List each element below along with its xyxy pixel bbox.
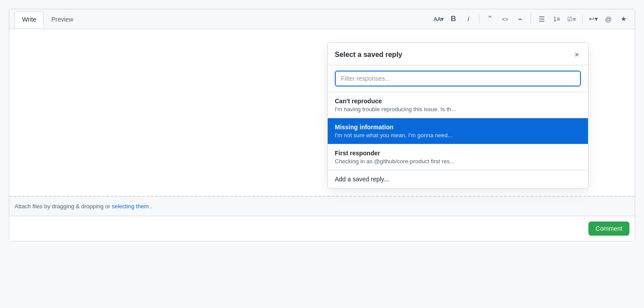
text-size-icon[interactable]: AA▾	[432, 13, 445, 25]
reply-title-missing-information: Missing information	[335, 124, 581, 131]
toolbar-icons: AA▾ B i " <> ⌁ ☰ 1≡ ☑≡ ↩▾ @ ★	[432, 9, 629, 29]
search-area	[328, 65, 588, 92]
tabs-toolbar: Write Preview AA▾ B i " <> ⌁ ☰ 1≡ ☑≡ ↩▾ …	[9, 9, 635, 29]
submit-button[interactable]: Comment	[588, 222, 629, 236]
bottom-bar: Comment	[9, 216, 635, 241]
ordered-list-icon[interactable]: 1≡	[550, 13, 563, 25]
tab-preview[interactable]: Preview	[44, 11, 81, 28]
reply-preview-first-responder: Checking in as @github/core-product firs…	[335, 158, 581, 165]
reply-item-first-responder[interactable]: First responder Checking in as @github/c…	[328, 144, 588, 170]
separator-2	[531, 15, 531, 23]
attach-text-end: .	[150, 203, 152, 210]
reply-icon[interactable]: ↩▾	[587, 13, 599, 25]
italic-icon[interactable]: i	[462, 13, 475, 25]
unordered-list-icon[interactable]: ☰	[535, 13, 548, 25]
reply-preview-missing-information: I'm not sure what you mean. I'm gonna ne…	[335, 132, 581, 139]
dropdown-header: Select a saved reply ×	[328, 43, 588, 65]
reply-title-cant-reproduce: Can't reproduce	[335, 98, 581, 105]
link-icon[interactable]: ⌁	[514, 13, 526, 25]
add-saved-reply[interactable]: Add a saved reply...	[328, 170, 588, 188]
quote-icon[interactable]: "	[484, 13, 496, 25]
reply-preview-cant-reproduce: I'm having trouble reproducing this issu…	[335, 106, 581, 113]
reply-item-missing-information[interactable]: Missing information I'm not sure what yo…	[328, 118, 588, 144]
saved-replies-icon[interactable]: ★	[617, 13, 629, 25]
filter-input[interactable]	[335, 71, 581, 86]
replies-list: Can't reproduce I'm having trouble repro…	[328, 92, 588, 170]
dropdown-title: Select a saved reply	[335, 51, 402, 59]
tab-write[interactable]: Write	[15, 11, 44, 28]
attach-area: Attach files by dragging & dropping or s…	[9, 196, 635, 216]
close-button[interactable]: ×	[573, 50, 581, 60]
code-icon[interactable]: <>	[499, 13, 511, 25]
mention-icon[interactable]: @	[602, 13, 614, 25]
reply-item-cant-reproduce[interactable]: Can't reproduce I'm having trouble repro…	[328, 92, 588, 118]
separator-3	[582, 15, 583, 23]
task-list-icon[interactable]: ☑≡	[565, 13, 578, 25]
saved-reply-dropdown: Select a saved reply × Can't reproduce I…	[327, 42, 588, 188]
attach-link[interactable]: selecting them	[112, 203, 149, 210]
bold-icon[interactable]: B	[447, 13, 460, 25]
attach-text: Attach files by dragging & dropping or	[15, 203, 112, 210]
separator-1	[479, 15, 479, 23]
reply-title-first-responder: First responder	[335, 150, 581, 157]
